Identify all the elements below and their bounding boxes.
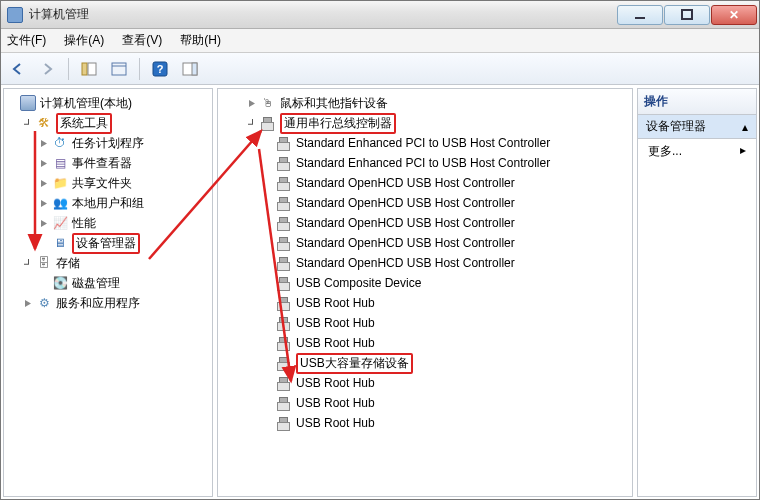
device-usb-item[interactable]: USB Root Hub xyxy=(260,373,632,393)
device-usb-item[interactable]: Standard Enhanced PCI to USB Host Contro… xyxy=(260,153,632,173)
tree-users-label: 本地用户和组 xyxy=(72,195,144,212)
device-usb-item[interactable]: USB Root Hub xyxy=(260,413,632,433)
actions-more[interactable]: 更多... ▸ xyxy=(638,139,756,164)
forward-button[interactable] xyxy=(35,57,61,81)
close-button[interactable]: ✕ xyxy=(711,5,757,25)
tree-perf-label: 性能 xyxy=(72,215,96,232)
device-usb-item[interactable]: Standard OpenHCD USB Host Controller xyxy=(260,253,632,273)
usb-device-icon xyxy=(276,175,292,191)
expand-icon[interactable] xyxy=(38,157,50,169)
menu-view[interactable]: 查看(V) xyxy=(122,32,162,49)
expand-icon[interactable] xyxy=(38,177,50,189)
tree-diskmgmt[interactable]: 💽 磁盘管理 xyxy=(36,273,212,293)
tree-scheduler[interactable]: ⏱ 任务计划程序 xyxy=(36,133,212,153)
tree-perf[interactable]: 📈 性能 xyxy=(36,213,212,233)
client-area: 计算机管理(本地) 🛠 系统工具 xyxy=(1,85,759,499)
titlebar[interactable]: 计算机管理 ✕ xyxy=(1,1,759,29)
expand-icon[interactable] xyxy=(38,217,50,229)
menubar: 文件(F) 操作(A) 查看(V) 帮助(H) xyxy=(1,29,759,53)
device-usb-item-label: Standard OpenHCD USB Host Controller xyxy=(296,216,515,230)
device-usb-item[interactable]: USB大容量存储设备 xyxy=(260,353,632,373)
collapse-icon[interactable] xyxy=(246,117,258,129)
device-usb-item-label: USB Root Hub xyxy=(296,296,375,310)
menu-action[interactable]: 操作(A) xyxy=(64,32,104,49)
device-usb-item[interactable]: USB Root Hub xyxy=(260,293,632,313)
console-tree-pane[interactable]: 计算机管理(本地) 🛠 系统工具 xyxy=(3,88,213,497)
device-usb-item[interactable]: USB Composite Device xyxy=(260,273,632,293)
expand-icon[interactable] xyxy=(38,137,50,149)
tree-system-tools-label: 系统工具 xyxy=(56,113,112,134)
minimize-button[interactable] xyxy=(617,5,663,25)
maximize-button[interactable] xyxy=(664,5,710,25)
collapse-icon[interactable] xyxy=(22,257,34,269)
tree-services-apps[interactable]: ⚙ 服务和应用程序 xyxy=(20,293,212,313)
help-button[interactable]: ? xyxy=(147,57,173,81)
tree-root-label: 计算机管理(本地) xyxy=(40,95,132,112)
show-actions-pane-button[interactable] xyxy=(177,57,203,81)
device-usb-item[interactable]: USB Root Hub xyxy=(260,393,632,413)
device-usb-item[interactable]: Standard OpenHCD USB Host Controller xyxy=(260,193,632,213)
tree-users[interactable]: 👥 本地用户和组 xyxy=(36,193,212,213)
tree-root-computer-management[interactable]: 计算机管理(本地) xyxy=(4,93,212,113)
tree-device-manager[interactable]: 🖥 设备管理器 xyxy=(36,233,212,253)
device-usb-item-label: Standard OpenHCD USB Host Controller xyxy=(296,176,515,190)
device-usb-item[interactable]: Standard OpenHCD USB Host Controller xyxy=(260,213,632,233)
device-usb-item[interactable]: Standard Enhanced PCI to USB Host Contro… xyxy=(260,133,632,153)
menu-file[interactable]: 文件(F) xyxy=(7,32,46,49)
tools-icon: 🛠 xyxy=(36,115,52,131)
show-hide-tree-button[interactable] xyxy=(76,57,102,81)
tree-eventvwr-label: 事件查看器 xyxy=(72,155,132,172)
svg-rect-0 xyxy=(635,17,645,19)
expand-icon[interactable] xyxy=(22,297,34,309)
device-tree-pane[interactable]: 🖱 鼠标和其他指针设备 通用串行总线控制器 Standard Enhanced … xyxy=(217,88,633,497)
tree-scheduler-label: 任务计划程序 xyxy=(72,135,144,152)
usb-device-icon xyxy=(276,235,292,251)
device-usb-item-label: USB大容量存储设备 xyxy=(296,353,413,374)
usb-device-icon xyxy=(276,335,292,351)
usb-device-icon xyxy=(276,295,292,311)
usb-device-icon xyxy=(276,215,292,231)
device-usb-item[interactable]: Standard OpenHCD USB Host Controller xyxy=(260,173,632,193)
usb-device-icon xyxy=(276,395,292,411)
back-button[interactable] xyxy=(5,57,31,81)
properties-button[interactable] xyxy=(106,57,132,81)
tree-services-label: 服务和应用程序 xyxy=(56,295,140,312)
tree-system-tools[interactable]: 🛠 系统工具 xyxy=(20,113,212,133)
services-icon: ⚙ xyxy=(36,295,52,311)
collapse-icon[interactable] xyxy=(22,117,34,129)
tree-shares[interactable]: 📁 共享文件夹 xyxy=(36,173,212,193)
users-groups-icon: 👥 xyxy=(52,195,68,211)
device-usb-item-label: Standard OpenHCD USB Host Controller xyxy=(296,256,515,270)
event-viewer-icon: ▤ xyxy=(52,155,68,171)
app-icon xyxy=(7,7,23,23)
usb-device-icon xyxy=(276,195,292,211)
tree-storage[interactable]: 🗄 存储 xyxy=(20,253,212,273)
device-usb-item-label: Standard OpenHCD USB Host Controller xyxy=(296,196,515,210)
svg-rect-4 xyxy=(112,63,126,75)
tree-eventvwr[interactable]: ▤ 事件查看器 xyxy=(36,153,212,173)
svg-rect-1 xyxy=(682,10,692,19)
performance-icon: 📈 xyxy=(52,215,68,231)
expand-icon[interactable] xyxy=(246,97,258,109)
actions-header: 操作 xyxy=(638,89,756,115)
device-usb-item[interactable]: USB Root Hub xyxy=(260,333,632,353)
device-usb-item[interactable]: Standard OpenHCD USB Host Controller xyxy=(260,233,632,253)
window-title: 计算机管理 xyxy=(29,6,616,23)
actions-more-label: 更多... xyxy=(648,143,682,160)
device-usb-item-label: Standard Enhanced PCI to USB Host Contro… xyxy=(296,156,550,170)
shared-folders-icon: 📁 xyxy=(52,175,68,191)
device-usb-item-label: Standard OpenHCD USB Host Controller xyxy=(296,236,515,250)
actions-selection[interactable]: 设备管理器 ▴ xyxy=(638,115,756,139)
device-usb-item-label: USB Root Hub xyxy=(296,416,375,430)
device-usb-item-label: Standard Enhanced PCI to USB Host Contro… xyxy=(296,136,550,150)
expand-icon[interactable] xyxy=(38,197,50,209)
caret-up-icon: ▴ xyxy=(742,120,748,134)
usb-device-icon xyxy=(276,275,292,291)
device-mouse-category[interactable]: 🖱 鼠标和其他指针设备 xyxy=(244,93,632,113)
device-mouse-label: 鼠标和其他指针设备 xyxy=(280,95,388,112)
device-usb-item-label: USB Root Hub xyxy=(296,316,375,330)
menu-help[interactable]: 帮助(H) xyxy=(180,32,221,49)
device-usb-item[interactable]: USB Root Hub xyxy=(260,313,632,333)
device-usb-controllers[interactable]: 通用串行总线控制器 xyxy=(244,113,632,133)
svg-rect-3 xyxy=(88,63,96,75)
